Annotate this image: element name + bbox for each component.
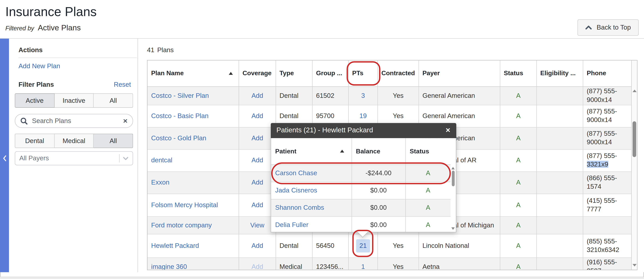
horizontal-scrollbar[interactable] (0, 277, 644, 279)
popup-column-header-balance[interactable]: Balance (352, 138, 405, 164)
phone-cell (583, 216, 631, 234)
plan-name-link[interactable]: Costco - Silver Plan (151, 92, 209, 99)
filter-plans-heading: Filter Plans (18, 81, 54, 88)
coverage-link[interactable]: Add (252, 263, 263, 270)
search-input[interactable] (31, 117, 120, 125)
scroll-down-icon[interactable] (632, 264, 637, 266)
add-new-plan-link[interactable]: Add New Plan (18, 63, 60, 70)
plan-name-link[interactable]: imagine 360 (151, 263, 187, 270)
coverage-link[interactable]: Add (252, 92, 263, 99)
page-title: Insurance Plans (5, 5, 97, 20)
column-header-coverage[interactable]: Coverage (239, 60, 276, 87)
patient-name-link[interactable]: Delia Fuller (275, 221, 308, 228)
column-header-eligibility[interactable]: Eligibility ... (536, 60, 583, 87)
column-header-type[interactable]: Type (276, 60, 312, 87)
plans-count: 41Plans (147, 47, 174, 54)
coverage-link[interactable]: Add (252, 135, 263, 141)
plan-name-cell: dentcal (148, 149, 239, 171)
scroll-up-icon[interactable] (451, 167, 455, 169)
close-icon[interactable]: ✕ (446, 127, 450, 134)
scroll-up-icon[interactable] (632, 90, 637, 92)
status-cell: A (500, 127, 536, 149)
plan-name-link[interactable]: Hewlett Packard (151, 242, 199, 249)
sidebar-collapse-bar[interactable] (0, 39, 9, 272)
plan-name-link[interactable]: Costco - Gold Plan (151, 135, 206, 141)
coverage-cell: Add (239, 234, 276, 257)
status-filter-group: ActiveInactiveAll (15, 93, 133, 108)
column-header-pts[interactable]: PTs (348, 60, 378, 87)
coverage-link[interactable]: View (250, 221, 264, 228)
popup-vertical-scrollbar[interactable] (450, 165, 456, 232)
eligibility-cell (536, 257, 583, 270)
patient-name-link[interactable]: Shannon Combs (275, 204, 324, 211)
coverage-link[interactable]: Add (252, 201, 263, 208)
type-cell: Dental (276, 86, 312, 105)
sidebar: Actions Add New Plan Filter Plans Reset … (9, 39, 138, 272)
plans-count-label: Plans (157, 47, 174, 53)
plan-name-link[interactable]: Folsom Mercy Hospital (151, 201, 218, 208)
type-filter-medical[interactable]: Medical (54, 134, 94, 148)
scroll-down-icon[interactable] (451, 227, 455, 230)
pts-count-link[interactable]: 19 (359, 112, 367, 119)
phone-cell: (877) 555-9000x14 (583, 105, 631, 127)
status-filter-active[interactable]: Active (15, 93, 54, 108)
coverage-cell: Add (239, 105, 276, 127)
plan-name-link[interactable]: dentcal (151, 157, 172, 163)
plan-name-link[interactable]: Exxon (151, 179, 170, 186)
search-plans-field[interactable]: ✕ (15, 114, 133, 128)
plan-name-link[interactable]: Costco - Basic Plan (151, 112, 208, 119)
phone-cell: (877) 555-9000x14 (583, 127, 631, 149)
column-header-group[interactable]: Group ... (312, 60, 348, 87)
pts-count-link[interactable]: 21 (356, 239, 370, 252)
scrollbar-thumb[interactable] (632, 121, 636, 157)
coverage-cell: Add (239, 149, 276, 171)
pts-count-link[interactable]: 1 (361, 263, 365, 270)
back-to-top-label: Back to Top (597, 24, 631, 31)
status-filter-all[interactable]: All (94, 93, 133, 108)
coverage-cell: View (239, 216, 276, 234)
status-cell: A (405, 216, 450, 232)
coverage-link[interactable]: Add (252, 112, 263, 119)
type-filter-group: DentalMedicalAll (15, 134, 133, 148)
column-header-payer[interactable]: Payer (418, 60, 500, 87)
table-vertical-scrollbar[interactable] (631, 60, 637, 270)
column-header-contracted[interactable]: Contracted (378, 60, 418, 87)
column-header-plan-name[interactable]: Plan Name (148, 60, 239, 87)
popup-column-header-patient[interactable]: Patient (271, 138, 352, 164)
coverage-link[interactable]: Add (252, 157, 263, 163)
balance-cell: -$244.00 (352, 164, 405, 182)
filtered-by-label: Filtered by (5, 25, 34, 32)
patient-name-link[interactable]: Jada Cisneros (275, 187, 317, 194)
column-header-phone[interactable]: Phone (583, 60, 631, 87)
coverage-link[interactable]: Add (252, 179, 263, 186)
status-cell: A (500, 216, 536, 234)
coverage-cell: Add (239, 257, 276, 270)
column-header-status[interactable]: Status (500, 60, 536, 87)
scrollbar-thumb[interactable] (452, 170, 455, 186)
group-cell: 123456... (312, 257, 348, 270)
plan-name-cell: Costco - Gold Plan (148, 127, 239, 149)
status-cell: A (500, 86, 536, 105)
payer-dropdown[interactable]: All Payers (15, 151, 133, 165)
reset-link[interactable]: Reset (114, 81, 131, 88)
patient-name-link[interactable]: Carson Chase (275, 169, 317, 176)
group-cell: 56450 (312, 234, 348, 257)
status-filter-inactive[interactable]: Inactive (54, 93, 94, 108)
clear-search-icon[interactable]: ✕ (123, 118, 128, 124)
chevron-up-icon (585, 26, 592, 30)
phone-cell: (916) 555-2587 (583, 257, 631, 270)
patient-row: Shannon Combs$0.00A (271, 199, 451, 216)
sort-asc-icon (340, 150, 344, 153)
back-to-top-button[interactable]: Back to Top (578, 19, 639, 36)
balance-cell: $0.00 (352, 199, 405, 216)
patients-popup: Patients (21) - Hewlett Packard ✕ Patien… (271, 123, 456, 232)
filtered-by-value: Active Plans (38, 24, 81, 33)
contracted-cell: Yes (378, 234, 418, 257)
popup-column-header-status[interactable]: Status (405, 138, 450, 164)
type-filter-all[interactable]: All (94, 134, 133, 148)
plan-row: Costco - Silver PlanAddDental615023YesGe… (148, 86, 631, 105)
coverage-link[interactable]: Add (252, 242, 263, 249)
pts-count-link[interactable]: 3 (361, 92, 365, 99)
plan-name-link[interactable]: Ford motor company (151, 221, 212, 228)
type-filter-dental[interactable]: Dental (15, 134, 54, 148)
